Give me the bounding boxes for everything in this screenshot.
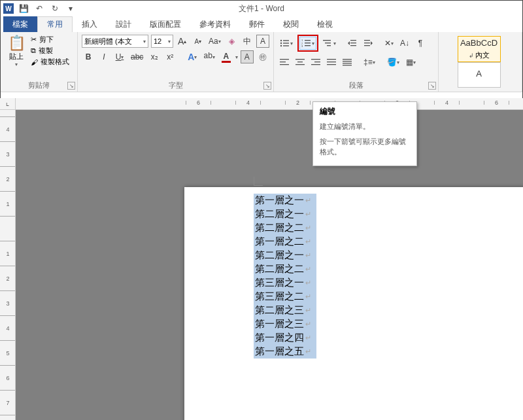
format-painter-button[interactable]: 🖌複製格式 xyxy=(31,57,69,67)
text-line[interactable]: 第一層之二↵ xyxy=(254,235,316,249)
line-spacing-button[interactable]: ‡≡▾ xyxy=(362,56,377,69)
text-line[interactable]: 第一層之三↵ xyxy=(254,317,316,331)
font-group-label: 字型 xyxy=(82,79,269,90)
style-normal[interactable]: AaBbCcD ↲內文 xyxy=(458,36,501,62)
underline-button[interactable]: U▾ xyxy=(113,50,126,63)
shading-button[interactable]: 🪣▾ xyxy=(385,56,401,69)
svg-rect-3 xyxy=(283,43,289,43)
asian-layout-button[interactable]: ✕▾ xyxy=(382,37,396,50)
qat-save[interactable]: 💾 xyxy=(18,3,29,14)
svg-rect-23 xyxy=(280,59,289,60)
text-line[interactable]: 第一層之一↵ xyxy=(254,194,316,207)
tab-insert[interactable]: 插入 xyxy=(73,16,107,32)
align-center-button[interactable] xyxy=(294,56,307,69)
qat-more[interactable]: ▾ xyxy=(65,3,76,14)
tab-view[interactable]: 檢視 xyxy=(308,16,342,32)
text-line[interactable]: 第一層之四↵ xyxy=(254,331,316,345)
paste-button[interactable]: 📋 貼上 ▾ xyxy=(5,35,28,67)
svg-point-2 xyxy=(280,43,282,44)
tab-references[interactable]: 參考資料 xyxy=(190,16,240,32)
font-color-button[interactable]: A xyxy=(220,50,233,63)
svg-rect-21 xyxy=(364,45,370,46)
grow-font-button[interactable]: A▴ xyxy=(176,35,189,48)
svg-rect-34 xyxy=(327,64,336,65)
tab-mail[interactable]: 郵件 xyxy=(240,16,274,32)
highlight-button[interactable]: ab▾ xyxy=(201,50,216,63)
svg-marker-18 xyxy=(348,41,350,45)
numbering-button[interactable]: 123▾ xyxy=(299,37,316,50)
qat-undo[interactable]: ↶ xyxy=(33,3,45,14)
superscript-button[interactable]: x² xyxy=(163,50,177,63)
svg-rect-30 xyxy=(314,61,320,62)
font-family-combo[interactable]: 新細明體 (本文▾ xyxy=(82,35,148,48)
borders-button[interactable]: ▦▾ xyxy=(404,56,418,69)
svg-rect-27 xyxy=(297,61,303,62)
svg-rect-11 xyxy=(305,45,311,46)
text-line[interactable]: 第三層之一↵ xyxy=(254,276,316,290)
text-line[interactable]: 第一層之五↵ xyxy=(254,345,316,359)
app-icon: W xyxy=(3,3,14,14)
svg-rect-7 xyxy=(305,40,311,41)
paragraph-mark-icon: ↵ xyxy=(305,279,311,287)
align-left-button[interactable] xyxy=(278,56,291,69)
character-border-button[interactable]: A xyxy=(256,35,269,48)
align-right-button[interactable] xyxy=(309,56,322,69)
qat-redo[interactable]: ↻ xyxy=(49,3,61,14)
svg-rect-31 xyxy=(311,64,320,65)
svg-rect-32 xyxy=(327,59,336,60)
svg-rect-37 xyxy=(343,63,352,63)
paragraph-mark-icon: ↵ xyxy=(305,224,311,232)
text-line[interactable]: 第二層之一↵ xyxy=(254,249,316,262)
svg-rect-9 xyxy=(305,43,311,43)
tab-file[interactable]: 檔案 xyxy=(3,16,37,32)
italic-button[interactable]: I xyxy=(97,50,110,63)
text-effects-button[interactable]: A▾ xyxy=(186,50,199,63)
text-line[interactable]: 第三層之二↵ xyxy=(254,290,316,304)
subscript-button[interactable]: x₂ xyxy=(148,50,161,63)
svg-rect-13 xyxy=(325,43,331,43)
tab-review[interactable]: 校閱 xyxy=(274,16,308,32)
horizontal-ruler[interactable]: 642246810121416182022 xyxy=(16,98,523,110)
svg-rect-15 xyxy=(350,40,356,41)
char-shading-button[interactable]: A xyxy=(241,50,254,63)
tab-design[interactable]: 設計 xyxy=(107,16,141,32)
text-line[interactable]: 第二層之三↵ xyxy=(254,304,316,317)
shrink-font-button[interactable]: A▾ xyxy=(192,35,205,48)
phonetic-guide-button[interactable]: 中 xyxy=(241,35,254,48)
document-canvas[interactable]: 第一層之一↵第二層之一↵第二層之二↵第一層之二↵第二層之一↵第二層之二↵第三層之… xyxy=(16,110,523,420)
justify-button[interactable] xyxy=(325,56,338,69)
bold-button[interactable]: B xyxy=(82,50,95,63)
cursor-mark-icon xyxy=(254,177,263,186)
clipboard-dialog-launcher[interactable]: ↘ xyxy=(67,82,75,90)
svg-rect-35 xyxy=(343,59,352,60)
distributed-button[interactable] xyxy=(341,56,354,69)
paragraph-mark-icon: ↵ xyxy=(305,320,311,328)
text-line[interactable]: 第二層之二↵ xyxy=(254,221,316,235)
increase-indent-button[interactable] xyxy=(362,37,375,50)
tab-home[interactable]: 常用 xyxy=(37,16,73,32)
tab-layout[interactable]: 版面配置 xyxy=(141,16,190,32)
font-size-combo[interactable]: 12▾ xyxy=(151,35,173,48)
show-marks-button[interactable]: ¶ xyxy=(414,37,427,50)
svg-rect-33 xyxy=(327,61,336,62)
enclose-char-button[interactable]: ㊕ xyxy=(256,50,269,63)
page[interactable]: 第一層之一↵第二層之一↵第二層之二↵第一層之二↵第二層之一↵第二層之二↵第三層之… xyxy=(184,187,523,420)
copy-button[interactable]: ⧉複製 xyxy=(31,46,69,56)
text-line[interactable]: 第二層之一↵ xyxy=(254,207,316,221)
paragraph-dialog-launcher[interactable]: ↘ xyxy=(428,82,436,90)
style-next[interactable]: A xyxy=(458,62,501,88)
selected-text-block[interactable]: 第一層之一↵第二層之一↵第二層之二↵第一層之二↵第二層之一↵第二層之二↵第三層之… xyxy=(254,194,316,359)
change-case-button[interactable]: Aa▾ xyxy=(207,35,222,48)
ribbon-tabs: 檔案 常用 插入 設計 版面配置 參考資料 郵件 校閱 檢視 xyxy=(1,16,522,32)
vertical-ruler[interactable]: 43211234567891011 xyxy=(0,110,16,420)
clear-formatting-button[interactable]: ◈ xyxy=(225,35,238,48)
cut-button[interactable]: ✂剪下 xyxy=(31,35,69,44)
multilevel-list-button[interactable]: ▾ xyxy=(321,37,338,50)
sort-button[interactable]: A↓ xyxy=(398,37,411,50)
text-line[interactable]: 第二層之二↵ xyxy=(254,262,316,276)
svg-rect-28 xyxy=(295,64,305,65)
decrease-indent-button[interactable] xyxy=(346,37,359,50)
bullets-button[interactable]: ▾ xyxy=(278,37,295,50)
strikethrough-button[interactable]: abc xyxy=(129,50,145,63)
font-dialog-launcher[interactable]: ↘ xyxy=(263,82,271,90)
